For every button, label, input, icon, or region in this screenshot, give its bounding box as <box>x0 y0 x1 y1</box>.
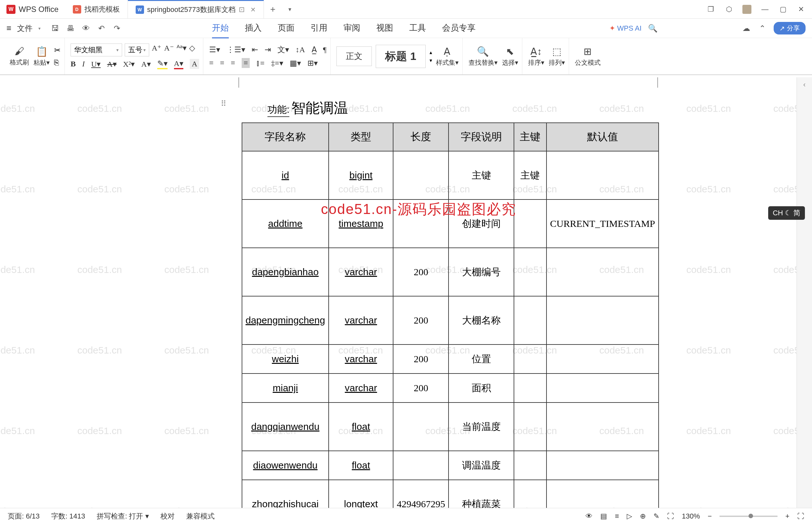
cell-len[interactable]: 200 <box>393 344 449 374</box>
cell-len[interactable]: 200 <box>393 296 449 344</box>
ribbon-tab-member[interactable]: 会员专享 <box>442 18 476 38</box>
table-row[interactable]: dapengmingchengvarchar200大棚名称 <box>242 296 659 344</box>
cell-def[interactable] <box>546 151 659 199</box>
file-menu[interactable]: 文件 <box>17 23 33 33</box>
formula-mode-button[interactable]: ⊞公文模式 <box>575 46 601 67</box>
text-effect-button[interactable]: A▾ <box>141 60 150 69</box>
zoom-value[interactable]: 130% <box>682 512 700 521</box>
bullet-list-icon[interactable]: ☰▾ <box>209 45 220 54</box>
cloud-upload-icon[interactable]: ☁ <box>742 23 751 33</box>
view-play-icon[interactable]: ▷ <box>627 512 632 521</box>
cell-type[interactable]: varchar <box>329 248 394 296</box>
style-prev-icon[interactable]: ▴ <box>430 49 432 55</box>
cell-name[interactable]: diaowenwendu <box>242 451 329 480</box>
cell-type[interactable]: longtext <box>329 480 394 508</box>
cut-icon[interactable]: ✂ <box>54 46 61 55</box>
tab-template[interactable]: D 找稻壳模板 <box>65 0 128 18</box>
zoom-in-icon[interactable]: + <box>785 512 790 521</box>
cell-pk[interactable] <box>514 480 546 508</box>
cell-pk[interactable] <box>514 451 546 480</box>
cell-type[interactable]: varchar <box>329 296 394 344</box>
borders-icon[interactable]: ⊞▾ <box>308 59 318 68</box>
view-outline-icon[interactable]: ≡ <box>615 512 619 521</box>
cell-pk[interactable] <box>514 199 546 248</box>
paste-button[interactable]: 📋粘贴▾ <box>34 46 50 67</box>
file-dropdown-icon[interactable]: ▾ <box>38 26 40 31</box>
cell-pk[interactable]: 主键 <box>514 151 546 199</box>
clear-format-icon[interactable]: ◇ <box>189 44 195 56</box>
tab-document-active[interactable]: W springboot25773数据库文档 ⊡ ✕ <box>128 0 264 18</box>
table-row[interactable]: zhongzhishucailongtext4294967295种植蔬菜 <box>242 480 659 508</box>
cell-def[interactable] <box>546 296 659 344</box>
underline-button[interactable]: U▾ <box>91 60 101 69</box>
zoom-out-icon[interactable]: − <box>708 512 712 521</box>
cell-desc[interactable]: 主键 <box>449 151 514 199</box>
cube-icon[interactable]: ⬡ <box>724 5 733 14</box>
status-review[interactable]: 校对 <box>161 511 175 521</box>
collapse-ribbon-icon[interactable]: ⌃ <box>758 23 767 33</box>
preview-icon[interactable]: 👁 <box>81 23 91 33</box>
cell-pk[interactable] <box>514 403 546 451</box>
cell-type[interactable]: varchar <box>329 344 394 374</box>
show-marks-icon[interactable]: ¶ <box>323 46 327 54</box>
close-window-icon[interactable]: ✕ <box>797 5 806 14</box>
font-name-select[interactable]: 华文细黑▾ <box>70 44 122 56</box>
ribbon-tab-page[interactable]: 页面 <box>278 18 295 38</box>
ribbon-tab-start[interactable]: 开始 <box>212 18 229 38</box>
status-page[interactable]: 页面: 6/13 <box>8 511 40 521</box>
cell-name[interactable]: addtime <box>242 199 329 248</box>
arrange-button[interactable]: ⬚排列▾ <box>549 46 565 67</box>
align-left-icon[interactable]: ≡ <box>209 59 214 67</box>
cell-type[interactable]: float <box>329 451 394 480</box>
distribute-icon[interactable]: ⫿≡ <box>256 59 265 68</box>
table-row[interactable]: weizhivarchar200位置 <box>242 344 659 374</box>
wps-ai-button[interactable]: ✦WPS AI <box>609 24 642 33</box>
drag-handle-icon[interactable]: ⠿ <box>221 99 227 108</box>
view-focus-icon[interactable]: ⊕ <box>640 512 646 521</box>
style-heading1[interactable]: 标题 1 <box>376 45 425 68</box>
shading-para-icon[interactable]: ▦▾ <box>290 59 301 68</box>
window-copy-icon[interactable]: ❐ <box>706 5 715 14</box>
ime-indicator[interactable]: CH ☾ 简 <box>768 206 805 220</box>
align-justify-icon[interactable]: ≡ <box>242 58 250 68</box>
cell-pk[interactable] <box>514 344 546 374</box>
sort-icon[interactable]: ↕A <box>296 46 305 54</box>
hamburger-icon[interactable]: ≡ <box>6 23 11 33</box>
print-icon[interactable]: 🖶 <box>66 23 76 33</box>
close-icon[interactable]: ✕ <box>250 6 256 14</box>
table-row[interactable]: dapengbianhaovarchar200大棚编号 <box>242 248 659 296</box>
cell-def[interactable] <box>546 374 659 403</box>
database-table[interactable]: 字段名称 类型 长度 字段说明 主键 默认值 idbigint主键主键addti… <box>242 122 659 508</box>
cell-def[interactable] <box>546 248 659 296</box>
superscript-button[interactable]: X²▾ <box>123 60 135 69</box>
cell-def[interactable]: CURRENT_TIMESTAMP <box>546 199 659 248</box>
view-pen-icon[interactable]: ✎ <box>653 512 659 521</box>
cell-desc[interactable]: 调温温度 <box>449 451 514 480</box>
decrease-indent-icon[interactable]: ⇤ <box>252 45 258 54</box>
cell-def[interactable] <box>546 344 659 374</box>
line-height-icon[interactable]: ‡≡▾ <box>271 59 283 68</box>
cell-name[interactable]: dangqianwendu <box>242 403 329 451</box>
cell-len[interactable]: 200 <box>393 374 449 403</box>
style-normal[interactable]: 正文 <box>336 46 372 66</box>
cell-desc[interactable]: 大棚编号 <box>449 248 514 296</box>
sidebar-collapse-icon[interactable]: ‹ <box>797 77 812 92</box>
cell-def[interactable] <box>546 451 659 480</box>
grow-font-icon[interactable]: A⁺ <box>152 44 162 56</box>
cell-pk[interactable] <box>514 248 546 296</box>
ribbon-tab-insert[interactable]: 插入 <box>245 18 262 38</box>
bold-button[interactable]: B <box>70 60 76 68</box>
cell-desc[interactable]: 当前温度 <box>449 403 514 451</box>
minimize-icon[interactable]: — <box>760 5 769 14</box>
cell-pk[interactable] <box>514 374 546 403</box>
style-next-icon[interactable]: ▾ <box>430 58 432 64</box>
cell-type[interactable]: varchar <box>329 374 394 403</box>
cell-def[interactable] <box>546 403 659 451</box>
cell-len[interactable] <box>393 151 449 199</box>
shading-button[interactable]: A <box>190 59 199 69</box>
cell-len[interactable] <box>393 451 449 480</box>
find-replace-button[interactable]: 🔍查找替换▾ <box>468 46 498 67</box>
search-icon[interactable]: 🔍 <box>648 23 658 33</box>
view-page-icon[interactable]: ▤ <box>600 512 607 521</box>
highlight-button[interactable]: ✎▾ <box>157 59 168 69</box>
